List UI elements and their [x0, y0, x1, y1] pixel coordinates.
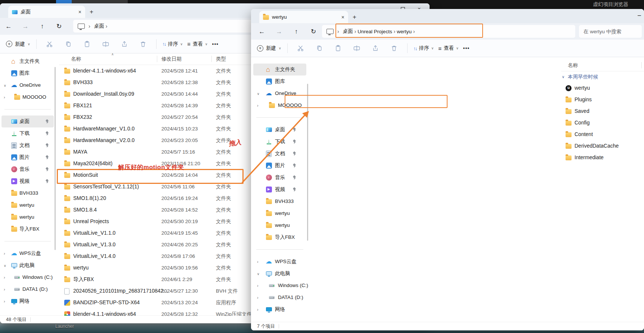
up-button[interactable]: ↑: [37, 18, 48, 35]
delete-button[interactable]: [136, 40, 150, 48]
file-row[interactable]: Saved 2024/6/1 3:14 文件夹: [561, 105, 644, 117]
column-divider[interactable]: [211, 56, 212, 62]
breadcrumb-label[interactable]: Unreal Projects: [357, 29, 392, 34]
tab-wertyu[interactable]: wertyu ×: [259, 11, 348, 23]
new-button[interactable]: + 新建 ∨: [6, 41, 30, 47]
sidebar-item[interactable]: 网络: [253, 303, 306, 315]
file-name[interactable]: SMO1.8.4: [73, 204, 97, 216]
forward-button[interactable]: →: [273, 23, 285, 40]
expand-chevron-icon[interactable]: [257, 268, 260, 280]
expand-chevron-icon[interactable]: [4, 247, 5, 259]
file-row[interactable]: Content 2024/6/1 3:14 文件夹: [561, 129, 644, 140]
expand-chevron-icon[interactable]: [257, 256, 258, 268]
file-row[interactable]: Plugins 2024/5/30 20:32 文件夹: [561, 94, 644, 105]
file-name[interactable]: wertyu: [575, 82, 590, 94]
rename-button[interactable]: [350, 44, 364, 52]
sidebar-item[interactable]: 图片: [1, 151, 54, 163]
sidebar-item[interactable]: wertyu: [1, 199, 54, 211]
tab-close-icon[interactable]: ×: [78, 9, 81, 15]
sidebar-item[interactable]: 下载: [1, 127, 54, 139]
file-name[interactable]: DerivedDataCache: [575, 140, 619, 152]
sidebar-item[interactable]: 图库: [1, 67, 54, 79]
file-name[interactable]: SensorsTestTool_V2.1.12(1): [73, 181, 139, 192]
sidebar-item[interactable]: 视频: [253, 184, 306, 195]
file-name[interactable]: Plugins: [575, 94, 592, 105]
sidebar-item[interactable]: 桌面: [253, 124, 306, 136]
sidebar-item[interactable]: 网络: [1, 295, 54, 307]
new-tab-button[interactable]: +: [90, 8, 93, 16]
back-button[interactable]: ←: [3, 18, 14, 35]
expand-chevron-icon[interactable]: [4, 283, 5, 295]
breadcrumb-item[interactable]: 桌面 ›: [94, 23, 109, 30]
sidebar-scrollbar[interactable]: [55, 67, 56, 250]
column-name[interactable]: 名称: [71, 56, 81, 62]
sidebar-item[interactable]: MOOOOO: [1, 91, 54, 103]
group-header[interactable]: ∨ 本周早些时候: [561, 72, 644, 82]
column-type[interactable]: 类型: [216, 56, 226, 62]
file-name[interactable]: 导入FBX: [73, 274, 94, 285]
file-name[interactable]: Intermediate: [575, 152, 604, 163]
paste-button[interactable]: [331, 44, 345, 52]
view-button[interactable]: ≡ 查看 ∨: [438, 45, 458, 52]
expand-chevron-icon[interactable]: [4, 91, 5, 103]
search-input[interactable]: [583, 28, 638, 35]
file-name[interactable]: Downloader_Install.0sy.09: [73, 88, 134, 100]
search-box[interactable]: [579, 25, 642, 38]
copy-button[interactable]: [312, 44, 326, 52]
cut-button[interactable]: [43, 40, 57, 48]
sidebar-item[interactable]: 主文件夹: [253, 64, 306, 75]
view-button[interactable]: ≡ 查看 ∨: [187, 41, 207, 47]
file-name[interactable]: HardwareManager_V2.0.0: [73, 135, 134, 146]
breadcrumb-item[interactable]: 桌面 ›: [343, 28, 358, 35]
file-name[interactable]: Content: [575, 129, 593, 140]
file-row[interactable]: wertyu 2024/5/30 20:30 Unreal Engine Pr.…: [561, 82, 644, 94]
column-name[interactable]: 名称: [568, 62, 578, 69]
file-name[interactable]: Unreal Projects: [73, 216, 109, 227]
sort-button[interactable]: ↑↓ 排序 ∨: [162, 41, 183, 47]
sidebar-item[interactable]: DATA1 (D:): [1, 283, 54, 295]
file-row[interactable]: DerivedDataCache 2024/5/30 20:19 文件夹: [561, 140, 644, 152]
cut-button[interactable]: [294, 44, 308, 52]
sidebar-item[interactable]: Windows (C:): [1, 271, 54, 283]
sidebar-item[interactable]: BVH333: [1, 187, 54, 199]
sidebar-item[interactable]: [253, 243, 306, 256]
breadcrumb-label[interactable]: 桌面: [343, 28, 353, 35]
rename-button[interactable]: [99, 40, 113, 48]
breadcrumb-item[interactable]: Unreal Projects ›: [357, 28, 397, 34]
refresh-button[interactable]: ↻: [308, 23, 319, 40]
file-name[interactable]: VirtualLive_V1.1.0: [73, 227, 115, 239]
file-name[interactable]: 20240526_210101tmp_268371710842...: [73, 285, 168, 297]
sidebar-item[interactable]: wertyu: [253, 207, 306, 219]
sidebar-item[interactable]: wertyu: [253, 219, 306, 231]
sidebar-item[interactable]: 主文件夹: [1, 55, 54, 67]
breadcrumb-label[interactable]: wertyu: [397, 29, 412, 34]
file-name[interactable]: HardwareManager_V1.0.0: [73, 123, 134, 135]
file-name[interactable]: blender-4.1.1-windows-x64: [73, 65, 136, 77]
new-button[interactable]: + 新建 ∨: [257, 45, 281, 52]
expand-chevron-icon[interactable]: [4, 295, 5, 307]
sidebar-item[interactable]: 音乐: [253, 172, 306, 184]
sidebar-item[interactable]: 视频: [1, 175, 54, 187]
delete-button[interactable]: [387, 44, 401, 52]
sidebar-item[interactable]: 桌面: [1, 115, 54, 127]
expand-chevron-icon[interactable]: [257, 87, 260, 100]
file-name[interactable]: Config: [575, 117, 589, 129]
sidebar-item[interactable]: OneDrive: [1, 79, 54, 91]
new-tab-button[interactable]: +: [353, 13, 356, 21]
this-pc-icon[interactable]: [326, 29, 334, 34]
tab-close-icon[interactable]: ×: [341, 14, 344, 20]
more-button[interactable]: •••: [463, 45, 470, 51]
sidebar-item[interactable]: 文档: [1, 139, 54, 151]
breadcrumb-label[interactable]: 桌面: [94, 23, 104, 30]
sidebar-item[interactable]: [253, 111, 306, 124]
sidebar-item[interactable]: DATA1 (D:): [253, 292, 306, 303]
file-name[interactable]: FBX121: [73, 100, 92, 111]
sidebar-item[interactable]: 音乐: [1, 163, 54, 175]
sidebar-item[interactable]: 图库: [253, 75, 306, 87]
file-name[interactable]: Maya2024(64bit): [73, 158, 112, 169]
expand-chevron-icon[interactable]: [257, 99, 258, 111]
more-button[interactable]: •••: [212, 41, 219, 47]
sidebar-item[interactable]: 图片: [253, 160, 306, 172]
sidebar-item[interactable]: MOOOOO: [253, 99, 306, 111]
sidebar-item[interactable]: 导入FBX: [253, 231, 306, 243]
